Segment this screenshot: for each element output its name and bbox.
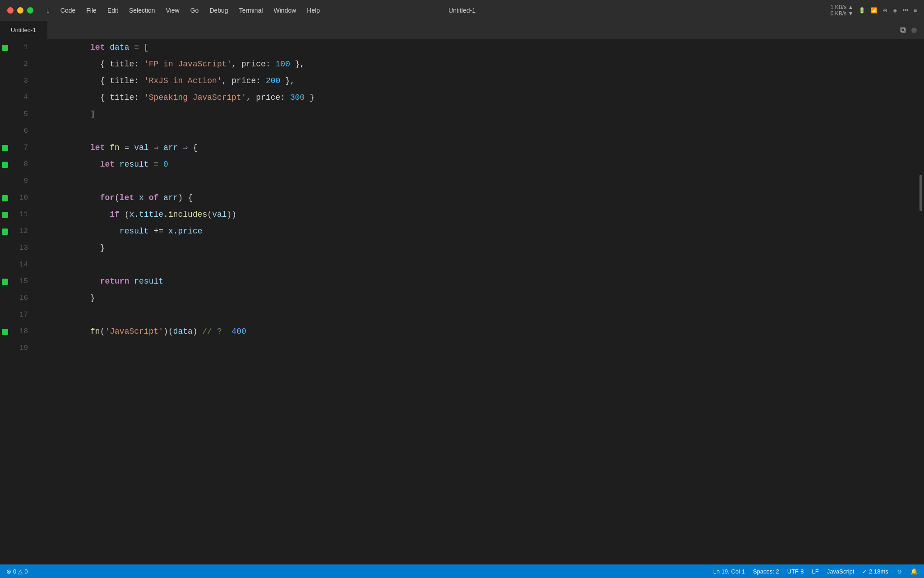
table-row: 8 let result = 0 <box>0 156 918 173</box>
line-number-6: 6 <box>10 123 37 140</box>
apple-menu[interactable]:  <box>42 5 54 16</box>
minus-icon: ⊖ <box>883 7 887 14</box>
more-icon: ••• <box>902 7 908 14</box>
extension-icon: ◈ <box>893 7 897 14</box>
menu-terminal[interactable]: Terminal <box>235 5 268 16</box>
table-row: 13 } <box>0 240 918 256</box>
code-editor[interactable]: 1 let data = [ 2 { title: 'FP in JavaScr… <box>0 39 918 564</box>
close-button[interactable] <box>7 7 14 14</box>
list-icon: ≡ <box>914 7 917 14</box>
line-number-9: 9 <box>10 173 37 190</box>
wifi-icon: 📶 <box>871 7 878 14</box>
tab-label: Untitled-1 <box>11 27 36 33</box>
traffic-lights <box>7 7 33 14</box>
breakpoint-18 <box>0 329 10 335</box>
line-number-15: 15 <box>10 273 37 290</box>
error-count[interactable]: ⊗ 0 △ 0 <box>6 568 28 575</box>
line-number-16: 16 <box>10 290 37 307</box>
breakpoint-7 <box>0 145 10 151</box>
breakpoint-10 <box>0 195 10 201</box>
breakpoint-1 <box>0 45 10 51</box>
code-lines: 1 let data = [ 2 { title: 'FP in JavaScr… <box>0 39 918 357</box>
table-row: 18 fn('JavaScript')(data) // ? 400 <box>0 323 918 340</box>
titlebar-left:  Code File Edit Selection View Go Debug… <box>7 5 324 16</box>
spaces[interactable]: Spaces: 2 <box>753 568 779 575</box>
statusbar: ⊗ 0 △ 0 Ln 19, Col 1 Spaces: 2 UTF-8 LF … <box>0 564 924 578</box>
titlebar:  Code File Edit Selection View Go Debug… <box>0 0 924 21</box>
line-number-2: 2 <box>10 56 37 73</box>
battery-icon: 🔋 <box>859 7 865 14</box>
line-ending[interactable]: LF <box>812 568 819 575</box>
menu-debug[interactable]: Debug <box>205 5 232 16</box>
split-editor-icon[interactable]: ⧉ <box>900 26 906 35</box>
tab-untitled-1[interactable]: Untitled-1 <box>0 21 47 39</box>
maximize-button[interactable] <box>27 7 33 14</box>
tabbar: Untitled-1 ⧉ <box>0 21 924 39</box>
language-mode[interactable]: JavaScript <box>827 568 855 575</box>
menu-view[interactable]: View <box>162 5 184 16</box>
line-number-3: 3 <box>10 73 37 89</box>
line-number-19: 19 <box>10 340 37 357</box>
table-row: 5 ] <box>0 106 918 123</box>
statusbar-left: ⊗ 0 △ 0 <box>6 568 28 575</box>
scrollbar-thumb[interactable] <box>919 175 922 211</box>
timing: ✓ 2.18ms <box>862 568 888 575</box>
table-row: 16 } <box>0 290 918 307</box>
menu-window[interactable]: Window <box>269 5 301 16</box>
warning-value: 0 <box>24 568 28 575</box>
line-number-12: 12 <box>10 223 37 240</box>
bell-icon[interactable]: 🔔 <box>910 568 918 575</box>
encoding[interactable]: UTF-8 <box>787 568 804 575</box>
breakpoint-15 <box>0 279 10 285</box>
line-number-1: 1 <box>10 39 37 56</box>
smiley-icon[interactable]: ☺ <box>896 568 902 575</box>
breakpoint-12 <box>0 228 10 235</box>
titlebar-right: 1 KB/s ▲0 KB/s ▼ 🔋 📶 ⊖ ◈ ••• ≡ <box>831 4 917 17</box>
network-status: 1 KB/s ▲0 KB/s ▼ <box>831 4 854 17</box>
cursor-position[interactable]: Ln 19, Col 1 <box>713 568 745 575</box>
dot-icon <box>911 28 917 33</box>
menu-code[interactable]: Code <box>56 5 80 16</box>
menu-selection[interactable]: Selection <box>125 5 160 16</box>
line-number-10: 10 <box>10 190 37 206</box>
window-title: Untitled-1 <box>448 7 476 14</box>
breakpoint-8 <box>0 162 10 168</box>
line-number-7: 7 <box>10 140 37 156</box>
line-number-14: 14 <box>10 256 37 273</box>
line-number-18: 18 <box>10 323 37 340</box>
table-row: 19 <box>0 340 918 357</box>
menu-edit[interactable]: Edit <box>103 5 123 16</box>
menu-file[interactable]: File <box>82 5 101 16</box>
error-icon: ⊗ <box>6 568 11 575</box>
line-number-17: 17 <box>10 307 37 323</box>
menu-go[interactable]: Go <box>186 5 203 16</box>
line-number-8: 8 <box>10 156 37 173</box>
line-number-4: 4 <box>10 89 37 106</box>
error-value: 0 <box>13 568 16 575</box>
line-number-11: 11 <box>10 206 37 223</box>
statusbar-right: Ln 19, Col 1 Spaces: 2 UTF-8 LF JavaScri… <box>713 568 918 575</box>
breakpoint-11 <box>0 212 10 218</box>
tabbar-right: ⧉ <box>900 26 924 35</box>
minimize-button[interactable] <box>17 7 23 14</box>
line-number-13: 13 <box>10 240 37 256</box>
menu-help[interactable]: Help <box>302 5 324 16</box>
line-number-5: 5 <box>10 106 37 123</box>
warning-icon: △ <box>18 568 23 575</box>
editor-container: 1 let data = [ 2 { title: 'FP in JavaScr… <box>0 39 924 564</box>
menu-bar:  Code File Edit Selection View Go Debug… <box>42 5 324 16</box>
scrollbar[interactable] <box>918 39 924 564</box>
